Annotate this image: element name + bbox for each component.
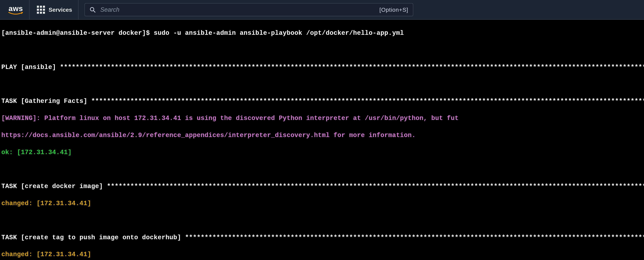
blank-line [1,80,643,89]
terminal-output[interactable]: [ansible-admin@ansible-server docker]$ s… [0,20,644,260]
changed-line-2: changed: [172.31.34.41] [1,250,643,259]
star-fill: ****************************************… [60,64,644,71]
search-shortcut-hint: [Option+S] [379,6,408,13]
aws-top-nav: aws Services [Option+S] [0,0,644,20]
search-cell: [Option+S] [80,0,419,19]
task-create-image: TASK [create docker image] *************… [1,182,643,191]
prompt-line-1: [ansible-admin@ansible-server docker]$ s… [1,29,643,37]
play-header: PLAY [ansible] *************************… [1,63,643,72]
svg-line-1 [94,10,95,12]
warning-line-2: https://docs.ansible.com/ansible/2.9/ref… [1,131,643,140]
ok-host-line: ok: [172.31.34.41] [1,148,643,157]
services-grid-icon [37,6,45,14]
search-input[interactable] [100,6,375,13]
search-box[interactable]: [Option+S] [84,3,413,16]
blank-line [1,216,643,225]
task-gathering-facts: TASK [Gathering Facts] *****************… [1,97,643,106]
services-label: Services [49,6,72,13]
warning-line-1: [WARNING]: Platform linux on host 172.31… [1,114,643,123]
blank-line [1,46,643,55]
shell-prompt: [ansible-admin@ansible-server docker]$ [1,29,154,37]
blank-line [1,165,643,174]
aws-smile-icon [8,12,23,15]
task-create-tag: TASK [create tag to push image onto dock… [1,233,643,242]
aws-logo-cell[interactable]: aws [2,0,30,19]
aws-logo-text: aws [8,4,23,13]
command-text: sudo -u ansible-admin ansible-playbook /… [154,29,404,37]
changed-line-1: changed: [172.31.34.41] [1,199,643,208]
services-button[interactable]: Services [31,0,78,19]
aws-logo-icon: aws [8,4,23,15]
search-icon [90,7,96,13]
